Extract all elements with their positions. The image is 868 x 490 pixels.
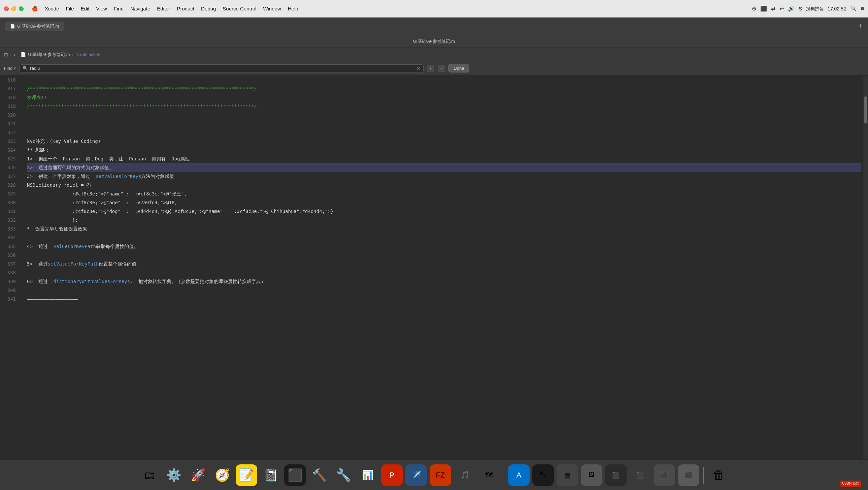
menu-view[interactable]: View bbox=[93, 4, 111, 13]
search-icon[interactable]: 🔍 bbox=[850, 5, 857, 12]
code-line: 2> 通过普通写代码的方式为对象赋值。 bbox=[27, 163, 861, 172]
dock-app4[interactable]: ⬛ bbox=[678, 464, 699, 486]
traffic-lights bbox=[4, 6, 24, 11]
menubar: 🍎 Xcode File Edit View Find Navigate Edi… bbox=[0, 0, 868, 18]
dock-app2[interactable]: ⬛ bbox=[629, 464, 651, 486]
dock-expose[interactable]: ▦ bbox=[557, 464, 578, 486]
line-number: 322 bbox=[3, 128, 16, 137]
nav-grid-icon[interactable]: ⊞ bbox=[4, 52, 8, 57]
code-line bbox=[27, 76, 861, 84]
minimize-button[interactable] bbox=[11, 6, 16, 11]
dock-fly[interactable]: ✈️ bbox=[405, 464, 427, 486]
line-number: 324 bbox=[3, 146, 16, 154]
menu-debug[interactable]: Debug bbox=[198, 4, 219, 13]
nav-back-icon[interactable]: ‹ bbox=[10, 52, 12, 57]
scrollbar[interactable] bbox=[863, 76, 868, 459]
menubar-right: ⊕ ⬛ ⇄ ↩ 🔊 S 搜狗拼音 17:02:52 🔍 ≡ bbox=[752, 5, 864, 12]
screen-icon[interactable]: ⬛ bbox=[760, 5, 767, 12]
code-line: /***************************************… bbox=[27, 102, 861, 111]
list-icon[interactable]: ≡ bbox=[861, 6, 864, 12]
search-icon-small: 🔍 bbox=[23, 66, 28, 71]
find-bar: Find ▾ 🔍 ✕ ‹ › Done bbox=[0, 61, 868, 76]
find-done-button[interactable]: Done bbox=[448, 64, 469, 73]
dock-music[interactable]: 🎵 bbox=[454, 464, 475, 486]
breadcrumb-file[interactable]: UI基础09-参考笔记.m bbox=[28, 52, 70, 58]
nav-forward-icon[interactable]: › bbox=[14, 52, 16, 57]
sougou-icon[interactable]: S bbox=[799, 6, 802, 11]
dock-divider bbox=[504, 467, 504, 484]
volume-icon[interactable]: 🔊 bbox=[788, 5, 795, 12]
menu-source-control[interactable]: Source Control bbox=[219, 4, 259, 13]
dock-terminal[interactable]: ⬛ bbox=[284, 464, 306, 486]
ime-label: 搜狗拼音 bbox=[806, 6, 824, 12]
maximize-button[interactable] bbox=[19, 6, 24, 11]
dock-preview[interactable]: 🖼 bbox=[581, 464, 602, 486]
find-prev-button[interactable]: ‹ bbox=[427, 65, 434, 72]
code-line bbox=[27, 286, 861, 294]
line-number: 329 bbox=[3, 190, 16, 198]
code-line: :#cf8c3e;">@"name" : :#cf8c3e;">@"张三", bbox=[27, 190, 861, 198]
menu-product[interactable]: Product bbox=[174, 4, 198, 13]
dock-launchpad[interactable]: 🚀 bbox=[187, 464, 209, 486]
dock-maps[interactable]: 🗺 bbox=[478, 464, 500, 486]
dock-redapp[interactable]: P bbox=[381, 464, 403, 486]
code-line: }; bbox=[27, 216, 861, 225]
add-icon[interactable]: ⊕ bbox=[752, 5, 756, 12]
line-number: 337 bbox=[3, 259, 16, 268]
menu-window[interactable]: Window bbox=[259, 4, 284, 13]
menu-edit[interactable]: Edit bbox=[78, 4, 93, 13]
find-next-button[interactable]: › bbox=[438, 65, 445, 72]
code-content[interactable]: /***************************************… bbox=[20, 76, 868, 474]
menu-xcode[interactable]: Xcode bbox=[41, 4, 63, 13]
line-number: 334 bbox=[3, 233, 16, 242]
menu-find[interactable]: Find bbox=[111, 4, 127, 13]
add-tab-button[interactable]: + bbox=[859, 22, 863, 30]
dock-trash[interactable]: 🗑 bbox=[708, 464, 729, 486]
code-line: * 设置完毕后验证设置效果 bbox=[27, 225, 861, 233]
dock-safari[interactable]: 🧭 bbox=[212, 464, 233, 486]
menu-help[interactable]: Help bbox=[284, 4, 302, 13]
split-icon[interactable]: ⇄ bbox=[771, 5, 775, 12]
dock-app3[interactable]: ⬛ bbox=[653, 464, 675, 486]
find-clear-button[interactable]: ✕ bbox=[416, 66, 421, 71]
dock-onenote[interactable]: 📓 bbox=[260, 464, 281, 486]
dock-filezilla[interactable]: FZ bbox=[430, 464, 451, 486]
find-input[interactable] bbox=[30, 66, 414, 71]
dock-finder[interactable]: 🗂 bbox=[139, 464, 160, 486]
line-number: 321 bbox=[3, 119, 16, 128]
line-number: 333 bbox=[3, 225, 16, 233]
dock-xcode2[interactable]: ⛏ bbox=[532, 464, 554, 486]
line-number: 325 bbox=[3, 154, 16, 163]
menu-editor[interactable]: Editor bbox=[154, 4, 174, 13]
menu-apple[interactable]: 🍎 bbox=[28, 4, 41, 13]
line-number: 330 bbox=[3, 198, 16, 207]
code-line: 1> 创建一个 Person 类，Dog 类，让 Person 类拥有 Dog属… bbox=[27, 154, 861, 163]
find-dropdown-icon[interactable]: ▾ bbox=[14, 66, 16, 71]
dock-tools[interactable]: 🔧 bbox=[333, 464, 354, 486]
close-button[interactable] bbox=[4, 6, 9, 11]
dock-appstore[interactable]: A bbox=[508, 464, 530, 486]
breadcrumb-selection[interactable]: No Selection bbox=[75, 52, 100, 57]
line-number: 328 bbox=[3, 181, 16, 190]
dock-notes[interactable]: 📝 bbox=[236, 464, 257, 486]
scrollbar-thumb[interactable] bbox=[864, 96, 867, 123]
editor-tab[interactable]: 📄 UI基础09-参考笔记.m bbox=[5, 22, 64, 31]
code-line bbox=[27, 251, 861, 259]
file-icon: 📄 bbox=[10, 24, 15, 29]
find-input-wrapper: 🔍 ✕ bbox=[20, 64, 424, 73]
dock-xcode[interactable]: 🔨 bbox=[308, 464, 330, 486]
code-line bbox=[27, 128, 861, 137]
dock-office[interactable]: 📊 bbox=[357, 464, 378, 486]
back-icon[interactable]: ↩ bbox=[779, 5, 784, 12]
code-line: 3> 创建一个字典对象，通过 setValuesForKeys方法为对象赋值 bbox=[27, 172, 861, 181]
code-line: kvc补充：(Key Value Coding) bbox=[27, 137, 861, 146]
code-line bbox=[27, 268, 861, 277]
code-line: :#cf8c3e;">@"age" : :#7a9fd4;">@18, bbox=[27, 198, 861, 207]
dock: 🗂 ⚙️ 🚀 🧭 📝 📓 ⬛ 🔨 🔧 📊 P ✈️ FZ 🎵 🗺 A ⛏ ▦ 🖼… bbox=[0, 460, 868, 490]
menu-navigate[interactable]: Navigate bbox=[127, 4, 154, 13]
menu-file[interactable]: File bbox=[63, 4, 78, 13]
code-line: ** 思路： bbox=[27, 146, 861, 154]
dock-app1[interactable]: ⬛ bbox=[605, 464, 627, 486]
code-line bbox=[27, 233, 861, 242]
dock-settings[interactable]: ⚙️ bbox=[163, 464, 185, 486]
